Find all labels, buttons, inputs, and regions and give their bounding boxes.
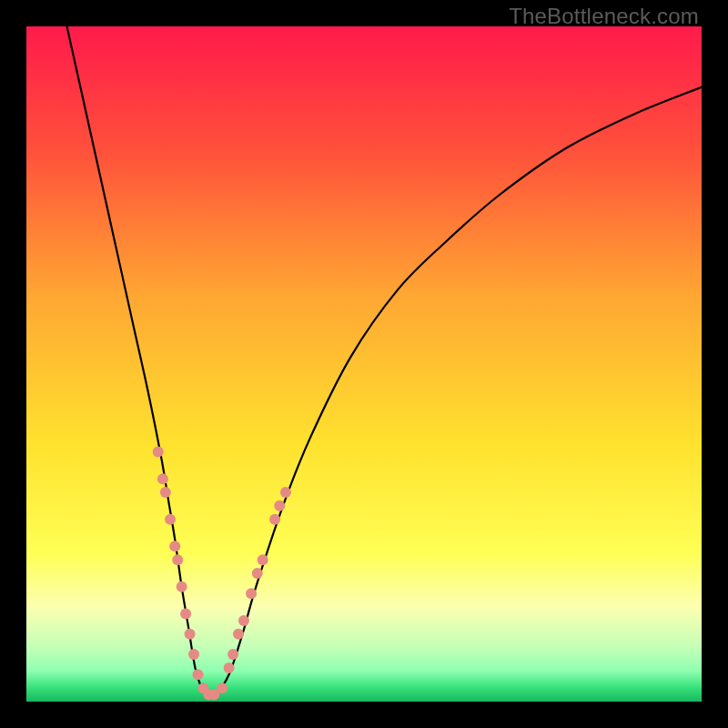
- marker-point: [165, 514, 176, 525]
- marker-point: [217, 682, 228, 693]
- marker-point: [224, 662, 235, 673]
- marker-point: [233, 629, 244, 640]
- marker-point: [180, 609, 191, 620]
- chart-background: [26, 26, 702, 702]
- marker-point: [258, 554, 268, 565]
- chart-frame: [26, 26, 702, 702]
- marker-point: [252, 568, 263, 579]
- marker-point: [169, 541, 180, 551]
- marker-point: [274, 500, 285, 511]
- marker-point: [238, 615, 249, 626]
- marker-point: [172, 554, 183, 565]
- marker-point: [188, 649, 199, 660]
- marker-point: [153, 446, 164, 457]
- chart-plot: [26, 26, 702, 702]
- marker-point: [160, 487, 171, 498]
- watermark-text: TheBottleneck.com: [509, 4, 699, 29]
- marker-point: [192, 669, 203, 680]
- marker-point: [177, 581, 187, 592]
- marker-point: [228, 649, 238, 660]
- marker-point: [246, 588, 257, 599]
- marker-point: [269, 514, 280, 525]
- marker-point: [185, 629, 196, 640]
- marker-point: [280, 487, 291, 498]
- marker-point: [157, 473, 168, 484]
